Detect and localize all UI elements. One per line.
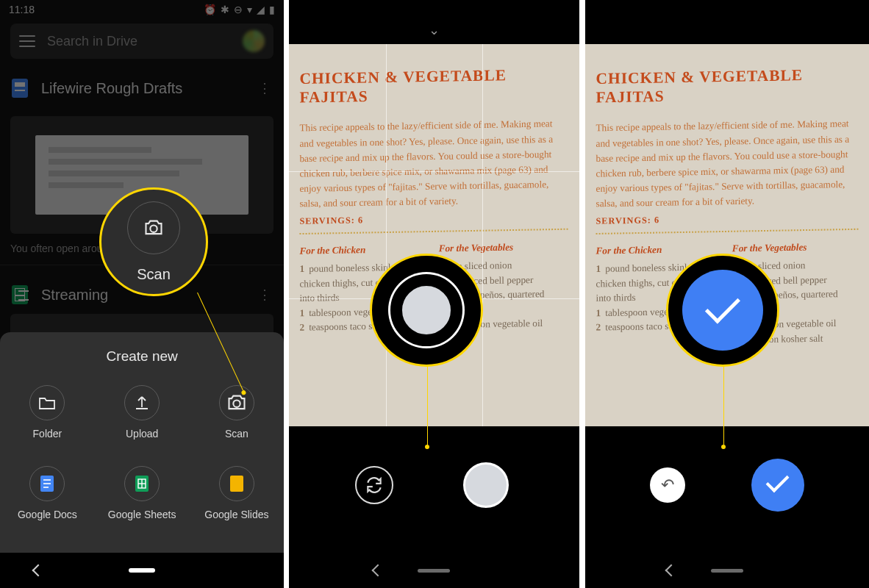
create-sheets[interactable]: Google Sheets — [108, 466, 176, 520]
create-slides-label: Google Slides — [204, 509, 268, 520]
phone-scan-review-screenshot: CHICKEN & VEGETABLE FAJITAS This recipe … — [585, 0, 869, 588]
scanned-document-content: CHICKEN & VEGETABLE FAJITAS This recipe … — [289, 44, 579, 426]
create-new-sheet: Create new Folder Upload Scan — [0, 332, 284, 553]
camera-controls — [289, 441, 579, 529]
highlight-scan-option: Scan — [99, 187, 208, 296]
recipe-servings: SERVINGS: 6 — [596, 212, 858, 228]
system-nav — [0, 553, 284, 588]
camera-viewfinder: CHICKEN & VEGETABLE FAJITAS This recipe … — [289, 44, 579, 426]
recipe-blurb: This recipe appeals to the lazy/efficien… — [300, 116, 568, 212]
chevron-down-icon[interactable]: ⌄ — [429, 22, 440, 38]
home-pill[interactable] — [711, 569, 743, 573]
scan-preview: CHICKEN & VEGETABLE FAJITAS This recipe … — [585, 44, 869, 426]
home-pill[interactable] — [129, 568, 155, 573]
sheets-icon — [124, 466, 160, 501]
home-pill[interactable] — [418, 569, 450, 573]
create-docs-label: Google Docs — [18, 509, 77, 520]
recipe-blurb: This recipe appeals to the lazy/efficien… — [596, 116, 858, 211]
create-folder-label: Folder — [33, 428, 62, 440]
recipe-title: CHICKEN & VEGETABLE FAJITAS — [300, 65, 568, 107]
docs-icon — [29, 466, 65, 501]
callout-leader — [427, 366, 428, 447]
svg-rect-11 — [233, 481, 240, 487]
create-slides[interactable]: Google Slides — [204, 466, 268, 520]
callout-leader — [723, 366, 724, 447]
create-scan-label: Scan — [225, 428, 248, 440]
retake-button[interactable]: ↶ — [650, 467, 685, 503]
recipe-title: CHICKEN & VEGETABLE FAJITAS — [596, 65, 858, 107]
create-upload-label: Upload — [126, 428, 158, 440]
create-scan[interactable]: Scan — [219, 385, 254, 440]
create-docs[interactable]: Google Docs — [18, 466, 77, 520]
system-nav — [289, 553, 579, 588]
veg-heading: For the Vegetables — [439, 240, 568, 254]
slides-icon — [219, 466, 254, 501]
phone-scan-capture-screenshot: ⌄ CHICKEN & VEGETABLE FAJITAS This recip… — [289, 0, 579, 588]
veg-heading: For the Vegetables — [732, 240, 858, 254]
phone-drive-screenshot: 11:18 ⏰ ✱ ⊖ ▾ ◢ ▮ Search in Drive Lifewi… — [0, 0, 284, 588]
svg-point-1 — [233, 401, 240, 407]
camera-icon — [127, 201, 180, 254]
create-upload[interactable]: Upload — [124, 385, 160, 440]
system-nav — [585, 553, 869, 588]
camera-icon — [219, 385, 254, 420]
scanned-document-content: CHICKEN & VEGETABLE FAJITAS This recipe … — [585, 44, 869, 426]
upload-icon — [124, 385, 160, 420]
checkmark-icon — [682, 270, 763, 351]
scan-review-controls: ↶ — [585, 441, 869, 529]
back-icon[interactable] — [372, 564, 385, 577]
create-folder[interactable]: Folder — [29, 385, 65, 440]
sheet-title: Create new — [0, 348, 284, 365]
chicken-heading: For the Chicken — [596, 243, 712, 257]
recipe-servings: SERVINGS: 6 — [300, 211, 568, 227]
svg-point-0 — [150, 225, 157, 232]
create-sheets-label: Google Sheets — [108, 509, 176, 520]
shutter-button[interactable] — [459, 459, 512, 512]
folder-icon — [29, 385, 65, 420]
accept-scan-button[interactable] — [751, 459, 804, 512]
switch-camera-button[interactable] — [355, 466, 393, 504]
back-icon[interactable] — [32, 564, 45, 577]
back-icon[interactable] — [665, 564, 677, 577]
shutter-icon — [390, 274, 462, 346]
chicken-heading: For the Chicken — [300, 243, 420, 257]
highlight-shutter — [370, 254, 483, 367]
highlight-scan-label: Scan — [137, 266, 171, 283]
highlight-accept — [666, 254, 779, 367]
